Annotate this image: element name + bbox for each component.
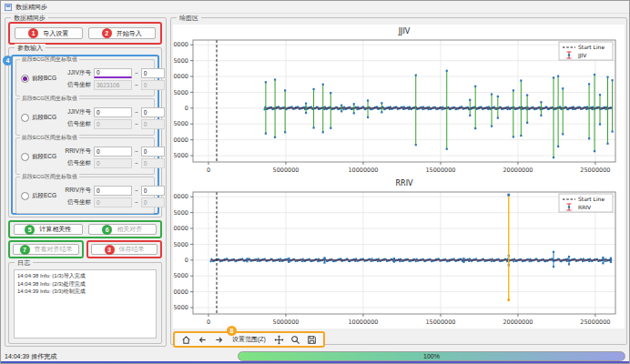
log-line: 14:04:39 Info: (3/3)绘制完成 — [17, 288, 153, 296]
range-separator: ~ — [135, 187, 138, 194]
annotation-box-save: 3 保存结果 — [86, 240, 162, 258]
log-group-title: 日志 — [15, 258, 33, 267]
svg-text:5000000: 5000000 — [273, 167, 300, 174]
calc-correlation-label: 计算相关性 — [39, 225, 71, 234]
import-settings-button[interactable]: 1 导入设置 — [15, 27, 83, 39]
svg-text:5000: 5000 — [173, 241, 188, 248]
view-align-result-label: 查看对齐结果 — [35, 245, 73, 254]
save-icon[interactable] — [307, 334, 318, 345]
svg-text:-15000: -15000 — [173, 304, 188, 311]
jjiv-index-to-input[interactable] — [141, 68, 165, 78]
svg-text:10000: 10000 — [173, 73, 188, 80]
annotation-box-params: 前段BCG区间坐标取值 前段BCG JJIV序号 ~ — [11, 55, 159, 215]
correlation-align-button[interactable]: 6 相关对齐 — [88, 224, 158, 235]
subgroup-title: 前段ECG区间坐标取值 — [20, 135, 79, 141]
svg-text:15000: 15000 — [173, 57, 188, 65]
signal-coord-label: 信号坐标 — [61, 159, 91, 167]
start-import-button[interactable]: 2 开始导入 — [88, 27, 157, 39]
radio-rear-bcg[interactable]: 后段BCG — [18, 114, 61, 122]
jjiv-index-from-input[interactable] — [94, 107, 132, 117]
radio-icon[interactable] — [21, 153, 29, 161]
svg-text:0: 0 — [207, 167, 210, 174]
signal-coord-to-input — [141, 80, 165, 90]
annotation-badge-5: 5 — [25, 225, 35, 235]
progress-bar: 100% — [238, 351, 625, 361]
svg-text:RRIV: RRIV — [578, 204, 592, 210]
svg-text:25000000: 25000000 — [580, 318, 610, 326]
back-icon[interactable] — [197, 334, 208, 345]
range-separator: ~ — [135, 70, 138, 76]
sync-panel: 数据精同步 1 导入设置 2 开始导入 参数输入 前段BCG区间坐标取值 — [5, 17, 167, 347]
jjiv-index-label: JJIV序号 — [61, 108, 91, 116]
range-separator: ~ — [135, 148, 138, 155]
range-separator: ~ — [135, 121, 138, 127]
svg-text:0: 0 — [185, 105, 188, 112]
forward-icon[interactable] — [213, 334, 224, 345]
app-icon — [5, 4, 12, 11]
subgroup-title: 后段BCG区间坐标取值 — [20, 96, 79, 102]
annotation-badge-8: 8 — [227, 326, 237, 336]
home-icon[interactable] — [180, 334, 191, 345]
view-align-result-button[interactable]: 7 查看对齐结果 — [13, 244, 79, 255]
set-range-button[interactable]: 8 设置范围(Z) — [229, 334, 269, 345]
radio-front-ecg[interactable]: 前段ECG — [18, 153, 61, 161]
svg-text:25000000: 25000000 — [580, 167, 610, 174]
svg-text:RRIV: RRIV — [396, 179, 413, 187]
rriv-index-to-input[interactable] — [141, 147, 165, 157]
log-line: 14:04:38 Info: (1/3)导入完成 — [17, 272, 153, 280]
calc-correlation-button[interactable]: 5 计算相关性 — [14, 224, 83, 235]
annotation-box-correlation: 5 计算相关性 6 相关对齐 — [8, 220, 162, 238]
svg-text:20000000: 20000000 — [503, 167, 533, 174]
radio-front-bcg[interactable]: 前段BCG — [18, 75, 61, 83]
svg-text:5000000: 5000000 — [273, 318, 300, 326]
progress-label: 100% — [423, 353, 440, 359]
annotation-badge-1: 1 — [28, 28, 38, 38]
annotation-box-view-result: 7 查看对齐结果 — [8, 240, 84, 258]
signal-coord-from-input — [94, 197, 132, 207]
jjiv-chart: 0500000010000000150000002000000025000000… — [173, 25, 625, 177]
range-separator: ~ — [135, 109, 138, 116]
log-list[interactable]: 14:04:38 Info: (1/3)导入完成 14:04:38 Info: … — [14, 269, 157, 339]
rriv-chart: 0500000010000000150000002000000025000000… — [173, 177, 625, 329]
signal-coord-to-input — [141, 119, 165, 129]
svg-text:-10000: -10000 — [173, 288, 188, 296]
zoom-icon[interactable] — [290, 334, 301, 345]
params-group-title: 参数输入 — [15, 44, 46, 52]
radio-icon[interactable] — [21, 114, 29, 122]
jjiv-index-from-input[interactable] — [94, 68, 132, 78]
radio-rear-ecg[interactable]: 后段ECG — [18, 192, 61, 200]
annotation-badge-6: 6 — [102, 225, 112, 235]
window-titlebar: 数据精同步 — [1, 1, 629, 14]
svg-text:0: 0 — [185, 257, 188, 264]
svg-text:10000000: 10000000 — [348, 318, 378, 326]
rriv-index-from-input[interactable] — [94, 186, 132, 196]
signal-coord-label: 信号坐标 — [61, 198, 91, 207]
svg-text:JJIV: JJIV — [577, 52, 587, 59]
radio-icon[interactable] — [21, 192, 29, 200]
params-group: 参数输入 前段BCG区间坐标取值 前段BCG JJIV序号 — [8, 47, 162, 217]
svg-text:20000: 20000 — [173, 193, 188, 200]
annotation-badge-3: 3 — [105, 245, 115, 255]
save-result-label: 保存结果 — [119, 245, 145, 254]
jjiv-index-to-input[interactable] — [141, 107, 165, 117]
signal-coord-from-input — [94, 80, 132, 90]
svg-text:20000: 20000 — [173, 41, 188, 48]
svg-text:15000: 15000 — [173, 209, 188, 217]
window-title: 数据精同步 — [15, 3, 47, 12]
svg-text:Start Line: Start Line — [578, 196, 605, 202]
radio-icon[interactable] — [21, 75, 29, 83]
param-subgroup-rear-ecg: 后段ECG区间坐标取值 后段ECG RRIV序号 ~ — [15, 177, 155, 214]
rriv-index-to-input[interactable] — [141, 186, 165, 196]
rriv-index-label: RRIV序号 — [61, 187, 91, 195]
svg-text:-5000: -5000 — [173, 120, 188, 127]
figure-canvas: 0500000010000000150000002000000025000000… — [173, 25, 625, 329]
log-group: 日志 14:04:38 Info: (1/3)导入完成 14:04:38 Inf… — [8, 262, 162, 344]
svg-text:-10000: -10000 — [173, 136, 188, 144]
rriv-index-from-input[interactable] — [94, 147, 132, 157]
svg-text:10000: 10000 — [173, 225, 188, 232]
pan-icon[interactable] — [274, 334, 285, 345]
svg-text:15000000: 15000000 — [425, 167, 455, 174]
svg-text:15000000: 15000000 — [425, 318, 455, 326]
save-result-button[interactable]: 3 保存结果 — [91, 244, 158, 255]
range-separator: ~ — [135, 160, 138, 167]
